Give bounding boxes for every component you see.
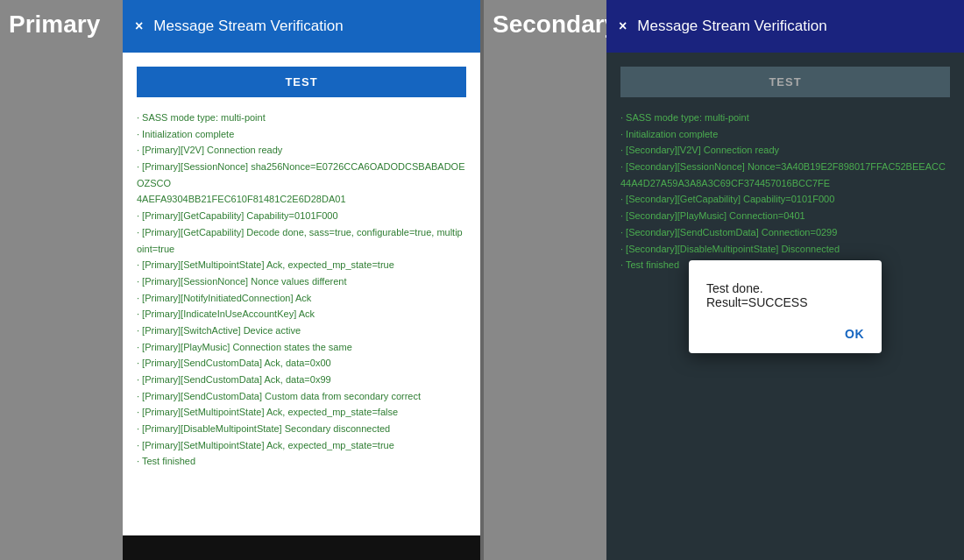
primary-label: Primary [0,0,123,560]
secondary-dialog-body: TEST · SASS mode type: multi-point · Ini… [606,53,964,560]
primary-test-button[interactable]: TEST [137,67,466,97]
secondary-dialog-header: × Message Stream Verification [606,0,964,53]
primary-log-text: · SASS mode type: multi-point · Initiali… [137,110,466,470]
secondary-log-text: · SASS mode type: multi-point · Initiali… [620,110,950,273]
primary-panel: Primary × Message Stream Verification TE… [0,0,480,560]
primary-dialog-header: × Message Stream Verification [123,0,480,53]
primary-close-button[interactable]: × [135,19,143,33]
ok-btn-container: OK [706,327,864,341]
secondary-test-button[interactable]: TEST [620,67,950,97]
primary-dialog-area: × Message Stream Verification TEST · SAS… [123,0,480,560]
ok-button[interactable]: OK [845,327,864,341]
secondary-panel: Secondary × Message Stream Verification … [484,0,964,560]
secondary-label: Secondary [484,0,606,560]
primary-dialog-body: TEST · SASS mode type: multi-point · Ini… [123,53,480,535]
secondary-dialog-area: × Message Stream Verification TEST · SAS… [606,0,964,560]
success-dialog: Test done. Result=SUCCESS OK [689,260,882,353]
primary-dialog-title: Message Stream Verification [153,18,343,35]
primary-bottom-bar [123,535,480,560]
secondary-close-button[interactable]: × [619,19,627,33]
secondary-dialog-title: Message Stream Verification [637,18,826,35]
success-message: Test done. Result=SUCCESS [706,281,864,309]
